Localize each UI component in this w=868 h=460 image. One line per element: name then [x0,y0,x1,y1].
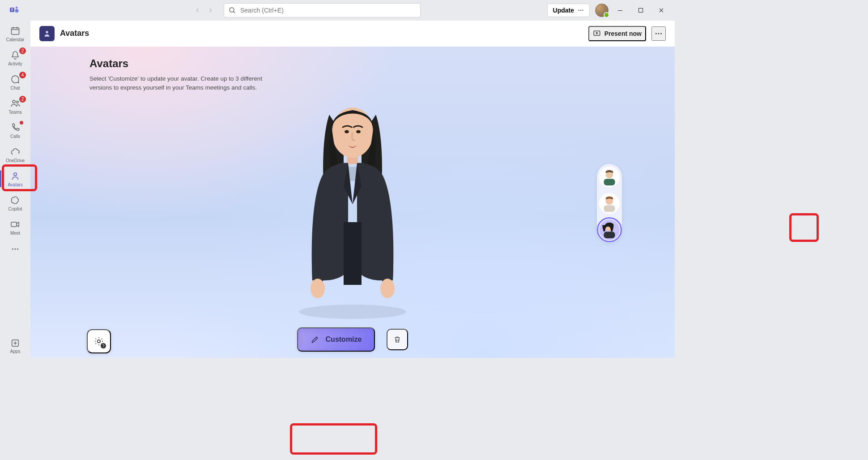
search-icon [229,7,236,14]
rail-item-activity[interactable]: 2 Activity [0,46,30,70]
rail-item-copilot[interactable]: Copilot [0,191,30,215]
customize-label: Customize [326,335,362,344]
badge-dot [20,121,23,125]
search-box[interactable] [224,3,421,17]
rail-label: Apps [10,349,21,354]
svg-point-2 [16,7,18,9]
avatar-thumbnails [597,164,622,243]
avatars-canvas: Avatars Select 'Customize' to update you… [30,47,675,358]
avatar-preview [281,88,424,321]
svg-point-11 [13,100,15,103]
rail-label: Teams [9,110,21,115]
rail-item-calendar[interactable]: Calendar [0,21,30,46]
rail-label: Calendar [6,37,25,42]
window-maximize-button[interactable] [632,4,650,17]
rail-item-teams[interactable]: 2 Teams [0,94,30,118]
rail-label: OneDrive [6,158,25,163]
canvas-description: Select 'Customize' to update your avatar… [89,74,277,92]
video-icon [10,219,21,230]
app-shell: Calendar 2 Activity 4 Chat 2 Teams [0,21,675,358]
avatar-thumb-1[interactable] [599,167,620,187]
update-button[interactable]: Update [547,4,590,17]
svg-point-23 [660,33,662,34]
svg-point-13 [14,172,17,175]
calendar-icon [10,26,21,36]
svg-rect-8 [618,10,622,11]
svg-rect-14 [11,222,17,227]
more-horizontal-icon [578,7,584,13]
screen-share-icon [593,30,601,38]
rail-item-meet[interactable]: Meet [0,215,30,239]
rail-item-avatars[interactable]: Avatars [0,167,30,191]
svg-point-5 [578,10,579,11]
title-bar: T Update [0,0,675,21]
svg-rect-9 [639,9,643,13]
svg-point-30 [311,279,325,298]
svg-rect-38 [604,232,615,238]
badge: 2 [19,96,26,103]
rail-more-button[interactable] [0,239,30,259]
svg-rect-10 [12,28,19,34]
rail-item-calls[interactable]: Calls [0,118,30,142]
svg-point-15 [12,248,13,249]
rail-item-chat[interactable]: 4 Chat [0,70,30,94]
svg-point-17 [17,248,18,249]
svg-point-4 [230,8,234,12]
delete-avatar-button[interactable] [387,329,408,350]
update-button-label: Update [553,7,574,14]
avatar-thumb-2[interactable] [599,193,620,214]
forward-button[interactable] [204,4,217,17]
rail-label: Copilot [8,206,22,211]
status-available-icon [604,12,609,18]
title-bar-right: Update [547,4,672,17]
svg-rect-36 [604,205,615,212]
present-now-button[interactable]: Present now [588,26,646,41]
profile-avatar[interactable] [595,4,608,17]
heading-block: Avatars Select 'Customize' to update you… [89,57,277,92]
svg-point-24 [299,305,406,319]
rail-item-onedrive[interactable]: OneDrive [0,142,30,167]
search-input[interactable] [240,7,416,14]
avatar-thumb-3[interactable] [599,219,620,240]
rail-label: Calls [10,134,20,139]
svg-point-28 [356,130,361,133]
pencil-icon [311,335,319,344]
window-close-button[interactable] [652,4,670,17]
svg-point-12 [17,101,19,103]
rail-label: Chat [10,86,20,90]
svg-point-31 [380,279,395,298]
svg-point-16 [14,248,16,249]
history-nav [191,4,217,17]
svg-point-21 [655,33,657,34]
person-icon [10,171,21,181]
cloud-icon [10,146,21,157]
apps-plus-icon [10,338,20,348]
svg-rect-29 [344,222,362,285]
avatars-app-tile-icon [39,26,55,41]
badge: 4 [19,72,26,78]
trash-icon [393,335,402,344]
svg-point-7 [582,10,583,11]
svg-rect-34 [604,179,615,185]
svg-point-22 [658,33,659,34]
avatar-illustration [281,88,424,321]
canvas-heading: Avatars [89,57,277,70]
copilot-icon [10,195,21,206]
back-button[interactable] [191,4,204,17]
page-header: Avatars Present now [30,21,675,47]
svg-point-19 [46,31,48,33]
teams-logo-icon: T [7,3,21,17]
rail-item-apps[interactable]: Apps [0,334,30,358]
badge: 2 [19,47,26,54]
page-more-button[interactable] [651,26,666,41]
page-title: Avatars [60,29,89,38]
bottom-actions: Customize [30,327,675,352]
customize-button[interactable]: Customize [297,327,375,352]
present-now-label: Present now [604,30,642,37]
window-minimize-button[interactable] [611,4,629,17]
rail-label: Avatars [8,182,23,187]
left-rail: Calendar 2 Activity 4 Chat 2 Teams [0,21,30,358]
rail-label: Activity [8,61,22,66]
svg-point-6 [580,10,581,11]
phone-icon [10,122,21,133]
